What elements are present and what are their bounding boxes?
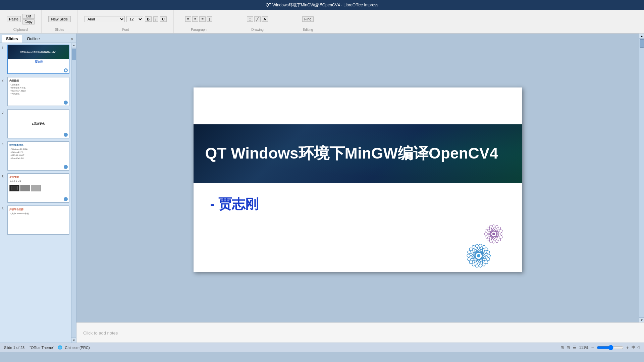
font-family-select[interactable]: Arial (85, 16, 125, 22)
theme-info: "Office Theme" (30, 346, 54, 350)
slide-top-area (194, 87, 522, 124)
ribbon-group-paragraph: ≡ ≡ ≡ ↕ Paragraph (174, 10, 224, 33)
thumb4-title: 软件版本信息 (9, 143, 67, 147)
panel-tabs: Slides Outline × (0, 34, 76, 43)
zoom-in-button[interactable]: + (626, 345, 629, 350)
canvas-scroll-up[interactable]: ▲ (639, 34, 644, 39)
slide-info: Slide 1 of 23 (4, 346, 24, 350)
slide-number: 6 (2, 205, 7, 235)
main-area: Slides Outline × 1 QT Windows环境下MinGW编译O… (0, 34, 644, 343)
slide-thumb-6[interactable]: 开发平台支持 ・支持CNN/RNN加速 (7, 205, 69, 235)
slide-author: - 贾志刚 (210, 195, 505, 213)
ribbon-group-slides: New Slide Slides (42, 10, 78, 33)
slide-canvas[interactable]: QT Windows环境下MinGW编译OpenCV4 - 贾志刚 (194, 87, 522, 272)
align-center-button[interactable]: ≡ (192, 16, 198, 22)
ribbon-group-editing: Find Editing (291, 10, 325, 33)
slide-number: 3 (2, 109, 7, 138)
status-right: ⊞ ⊟ ☰ 111% − + 中 ◁ (560, 345, 640, 350)
underline-button[interactable]: U (160, 16, 167, 22)
thumb4-items: ・Windows 10 64Bit・CMake3.17.1・QT5.13.1 6… (9, 148, 67, 160)
zoom-level: 111% (579, 346, 588, 350)
thumb5-title: 硬件支持 (9, 176, 67, 179)
slide-thumb-1[interactable]: QT Windows环境下MinGW编译OpenCV4 - 贾志刚 (7, 45, 69, 74)
status-bar: Slide 1 of 23 "Office Theme" 🌐 Chinese (… (0, 343, 644, 352)
copy-button[interactable]: Copy (22, 19, 34, 24)
slide-number: 4 (2, 141, 7, 171)
scroll-down-button[interactable]: ▼ (71, 338, 76, 343)
slide-item[interactable]: 1 QT Windows环境下MinGW编译OpenCV4 - 贾志刚 (2, 45, 69, 74)
slide-badge-4 (64, 165, 68, 169)
slide-item[interactable]: 6 开发平台支持 ・支持CNN/RNN加速 (2, 205, 69, 235)
find-button[interactable]: Find (302, 16, 313, 22)
slide-item[interactable]: 5 硬件支持 支持显卡加速 (2, 173, 69, 203)
slide-thumb-2[interactable]: 内容提纲 ・系统要求・软件安装与下载・OpenCV4.2编译・代码测试 (7, 77, 69, 106)
svg-point-18 (477, 254, 480, 257)
cut-button[interactable]: Cut (22, 14, 34, 19)
slide-badge-2 (64, 101, 68, 105)
canvas-wrapper: QT Windows环境下MinGW编译OpenCV4 - 贾志刚 (76, 34, 639, 322)
view-slide-sorter-button[interactable]: ⊟ (567, 345, 570, 350)
paste-button[interactable]: Paste (7, 16, 21, 22)
italic-button[interactable]: I (153, 16, 158, 22)
clipboard-label: Clipboard (7, 27, 35, 32)
tab-slides[interactable]: Slides (2, 35, 22, 43)
scroll-track (71, 48, 76, 338)
notes-area[interactable]: Click to add notes (76, 322, 644, 343)
ribbon-group-clipboard: Paste Cut Copy Clipboard (0, 10, 42, 33)
panel-close-button[interactable]: × (68, 36, 76, 43)
ribbon-group-font: Arial 12 B I U Font (78, 10, 174, 33)
thumb1-title: QT Windows环境下MinGW编译OpenCV4 (19, 51, 57, 53)
thumb3-title: 1.系统要求 (32, 122, 45, 126)
window-title: QT Windows环境下MinGW编译OpenCV4 - LibreOffic… (266, 2, 378, 8)
new-slide-button[interactable]: New Slide (48, 16, 71, 22)
line-spacing-button[interactable]: ↕ (207, 16, 213, 22)
view-normal-button[interactable]: ⊞ (560, 345, 564, 350)
tab-outline[interactable]: Outline (23, 35, 44, 43)
view-notes-button[interactable]: ☰ (573, 345, 576, 350)
title-bar: QT Windows环境下MinGW编译OpenCV4 - LibreOffic… (0, 0, 644, 10)
shapes-button[interactable]: □ (247, 16, 253, 22)
slide-thumb-4[interactable]: 软件版本信息 ・Windows 10 64Bit・CMake3.17.1・QT5… (7, 141, 69, 171)
canvas-scroll-down[interactable]: ▼ (639, 317, 644, 322)
line-button[interactable]: ╱ (254, 16, 261, 22)
thumb6-title: 开发平台支持 (9, 208, 67, 211)
slides-label: Slides (48, 27, 71, 32)
zoom-slider[interactable] (597, 345, 624, 350)
canvas-scroll-thumb[interactable] (640, 39, 644, 48)
slides-scrollbar[interactable]: ▲ ▼ (71, 43, 76, 343)
slide-content: - 贾志刚 (194, 183, 522, 272)
bold-button[interactable]: B (145, 16, 152, 22)
scroll-thumb[interactable] (72, 49, 76, 60)
paragraph-label: Paragraph (180, 27, 217, 32)
slide-item[interactable]: 3 1.系统要求 (2, 109, 69, 138)
slide-title: QT Windows环境下MinGW编译OpenCV4 (205, 144, 498, 163)
slide-thumb-5[interactable]: 硬件支持 支持显卡加速 (7, 173, 69, 203)
lang-switch: 中 ◁ (632, 345, 640, 350)
thumb2-title: 内容提纲 (9, 79, 67, 82)
slide-item[interactable]: 4 软件版本信息 ・Windows 10 64Bit・CMake3.17.1・Q… (2, 141, 69, 171)
slide-badge-5 (64, 197, 68, 201)
font-size-select[interactable]: 12 (126, 16, 143, 22)
thumb1-subtitle: - 贾志刚 (8, 59, 69, 65)
slides-list[interactable]: 1 QT Windows环境下MinGW编译OpenCV4 - 贾志刚 (0, 43, 71, 343)
ribbon-group-drawing: □ ╱ A Drawing (224, 10, 291, 33)
slide-thumb-3[interactable]: 1.系统要求 (7, 109, 69, 138)
slide-item[interactable]: 2 内容提纲 ・系统要求・软件安装与下载・OpenCV4.2编译・代码测试 (2, 77, 69, 106)
canvas-right-scrollbar[interactable]: ▲ ▼ (639, 34, 644, 322)
language-info: Chinese (PRC) (65, 346, 90, 350)
slide-banner: QT Windows环境下MinGW编译OpenCV4 (194, 124, 522, 183)
font-label: Font (85, 27, 167, 32)
thumb5-images (9, 185, 67, 191)
slide-badge-1 (64, 68, 68, 72)
notes-placeholder: Click to add notes (83, 330, 118, 336)
flower-blue (462, 239, 495, 270)
zoom-out-button[interactable]: − (591, 345, 594, 350)
align-left-button[interactable]: ≡ (185, 16, 191, 22)
thumb6-items: ・支持CNN/RNN加速 (9, 212, 67, 215)
ribbon: Paste Cut Copy Clipboard New Slide Slide… (0, 10, 644, 34)
slide-number: 1 (2, 45, 7, 74)
canvas-area: QT Windows环境下MinGW编译OpenCV4 - 贾志刚 (76, 34, 644, 343)
scroll-up-button[interactable]: ▲ (71, 43, 76, 48)
text-button[interactable]: A (262, 16, 268, 22)
align-right-button[interactable]: ≡ (199, 16, 205, 22)
